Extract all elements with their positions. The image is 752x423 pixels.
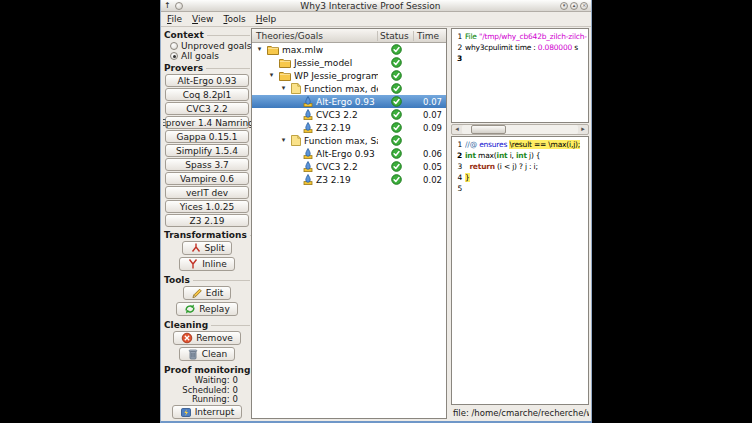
prover-icon (303, 174, 313, 185)
radio-unproved-goals-label: Unproved goals (181, 41, 251, 51)
line-number: 5 (453, 183, 462, 194)
scroll-right-arrow[interactable]: ▸ (578, 125, 588, 134)
titlebar[interactable]: ↑ Why3 Interactive Proof Session ▾ ▴ × (161, 0, 591, 12)
valid-icon (391, 57, 402, 68)
task-horizontal-scrollbar[interactable]: ◂ ▸ (451, 124, 589, 135)
prover-button-gappa-0-15-1[interactable]: Gappa 0.15.1 (165, 130, 249, 143)
window-controls: ▾ ▴ × (558, 2, 588, 10)
replay-button[interactable]: Replay (176, 302, 237, 316)
prover-icon (303, 109, 313, 120)
column-time[interactable]: Time (414, 31, 446, 41)
radio-all-goals[interactable]: All goals (163, 51, 251, 61)
tree-row-label: Z3 2.19 (316, 123, 351, 133)
code-line: 1//@ ensures \result == \max(i,j); (453, 139, 588, 150)
menu-help[interactable]: Help (252, 13, 281, 25)
prover-button-eprover-1-4-namring[interactable]: Eprover 1.4 Namring (165, 116, 249, 129)
tree-row[interactable]: ▾Function max, default behavior (252, 82, 446, 95)
prover-button-simplify-1-5-4[interactable]: Simplify 1.5.4 (165, 144, 249, 157)
tree-row[interactable]: Alt-Ergo 0.930.07 (252, 95, 446, 108)
task-view-panel[interactable]: 1File "/tmp/why_cb642b_zilch-zilch-2why3… (451, 28, 589, 123)
menu-file[interactable]: File (163, 13, 186, 25)
column-status[interactable]: Status (378, 31, 414, 41)
sidebar: Context Unproved goals All goals Provers… (163, 28, 251, 419)
tree-row-label: Function max, Safety (304, 136, 378, 146)
close-icon[interactable]: × (580, 2, 588, 10)
code-text: File "/tmp/why_cb642b_zilch-zilch- (465, 31, 588, 42)
status-file-path: file: /home/cmarche/recherche/why2-n (453, 408, 589, 418)
code-segment: max( (476, 151, 497, 160)
column-theories-goals[interactable]: Theories/Goals (252, 31, 378, 41)
tree-row[interactable]: ▾max.mlw (252, 43, 446, 56)
tree-row[interactable]: Z3 2.190.02 (252, 173, 446, 186)
edit-button[interactable]: Edit (183, 286, 231, 300)
tree-row[interactable]: CVC3 2.20.05 (252, 160, 446, 173)
expander-icon[interactable]: ▾ (267, 69, 276, 82)
clean-button-label: Clean (202, 349, 228, 359)
tree-row[interactable]: CVC3 2.20.07 (252, 108, 446, 121)
tree-row-label: WP Jessie_program (294, 71, 378, 81)
prover-button-cvc3-2-2[interactable]: CVC3 2.2 (165, 102, 249, 115)
theory-icon (291, 135, 301, 146)
interrupt-button[interactable]: Interrupt (172, 405, 243, 419)
tree-row-status-cell (378, 44, 414, 55)
valid-icon (391, 109, 402, 120)
menu-tools[interactable]: Tools (219, 13, 249, 25)
source-view-panel[interactable]: 1//@ ensures \result == \max(i,j);2int m… (451, 136, 589, 405)
expander-icon[interactable]: ▾ (255, 43, 264, 56)
tree-row-label: Z3 2.19 (316, 175, 351, 185)
tree-row-label-cell: Z3 2.19 (252, 122, 378, 133)
window-menu-button[interactable] (175, 2, 183, 10)
prover-button-alt-ergo-0-93[interactable]: Alt-Ergo 0.93 (165, 74, 249, 87)
minimize-icon[interactable]: ▾ (560, 2, 568, 10)
code-segment: ensures (479, 140, 509, 149)
code-line: 5 (453, 183, 588, 194)
tree-row-status-cell (378, 135, 414, 146)
expander-icon[interactable]: ▾ (279, 134, 288, 147)
prover-button-z3-2-19[interactable]: Z3 2.19 (165, 214, 249, 227)
valid-icon (391, 135, 402, 146)
tree-row[interactable]: ▾Function max, Safety (252, 134, 446, 147)
transformations-buttons: SplitInline (163, 241, 251, 273)
radio-unproved-goals[interactable]: Unproved goals (163, 41, 251, 51)
scroll-thumb[interactable] (471, 125, 506, 134)
prover-button-verit-dev[interactable]: verIT dev (165, 186, 249, 199)
line-number: 3 (453, 53, 462, 64)
scroll-track[interactable] (462, 125, 578, 134)
expander-icon[interactable]: ▾ (279, 82, 288, 95)
tree-row-status-cell (378, 109, 414, 120)
folder-icon (279, 71, 291, 81)
context-section-title: Context (164, 30, 250, 40)
tree-row[interactable]: Jessie_model (252, 56, 446, 69)
scroll-left-arrow[interactable]: ◂ (452, 125, 462, 134)
split-button[interactable]: Split (182, 241, 233, 255)
right-column: 1File "/tmp/why_cb642b_zilch-zilch-2why3… (451, 28, 589, 419)
tree-row-label-cell: ▾Function max, Safety (252, 134, 378, 147)
tree-row[interactable]: Alt-Ergo 0.930.06 (252, 147, 446, 160)
prover-button-spass-3-7[interactable]: Spass 3.7 (165, 158, 249, 171)
tree-row[interactable]: Z3 2.190.09 (252, 121, 446, 134)
menu-view[interactable]: View (188, 13, 217, 25)
tree-row-label-cell: Jessie_model (252, 58, 378, 68)
prover-button-coq-8-2pl1[interactable]: Coq 8.2pl1 (165, 88, 249, 101)
inline-button[interactable]: Inline (179, 257, 235, 271)
remove-button[interactable]: Remove (173, 331, 241, 345)
prover-icon (303, 122, 313, 133)
maximize-icon[interactable]: ▴ (570, 2, 578, 10)
code-segment: return (469, 162, 495, 171)
code-line: 2int max(int i, int j) { (453, 150, 588, 161)
radio-all-goals-label: All goals (181, 51, 219, 61)
tree-row-label: CVC3 2.2 (316, 162, 358, 172)
code-text: return (i < j) ? j : i; (465, 161, 588, 172)
tree-row-label-cell: CVC3 2.2 (252, 161, 378, 172)
code-segment: int (465, 151, 476, 160)
tree-row-label: max.mlw (282, 45, 323, 55)
prover-button-yices-1-0-25[interactable]: Yices 1.0.25 (165, 200, 249, 213)
tree-row[interactable]: ▾WP Jessie_program (252, 69, 446, 82)
theories-goals-panel: Theories/Goals Status Time ▾max.mlwJessi… (251, 28, 447, 419)
cleaning-section-title: Cleaning (164, 320, 250, 330)
code-segment: j) { (527, 151, 541, 160)
prover-button-vampire-0-6[interactable]: Vampire 0.6 (165, 172, 249, 185)
tools-section-title: Tools (164, 275, 250, 285)
tree-row-status-cell (378, 148, 414, 159)
clean-button[interactable]: Clean (179, 347, 236, 361)
